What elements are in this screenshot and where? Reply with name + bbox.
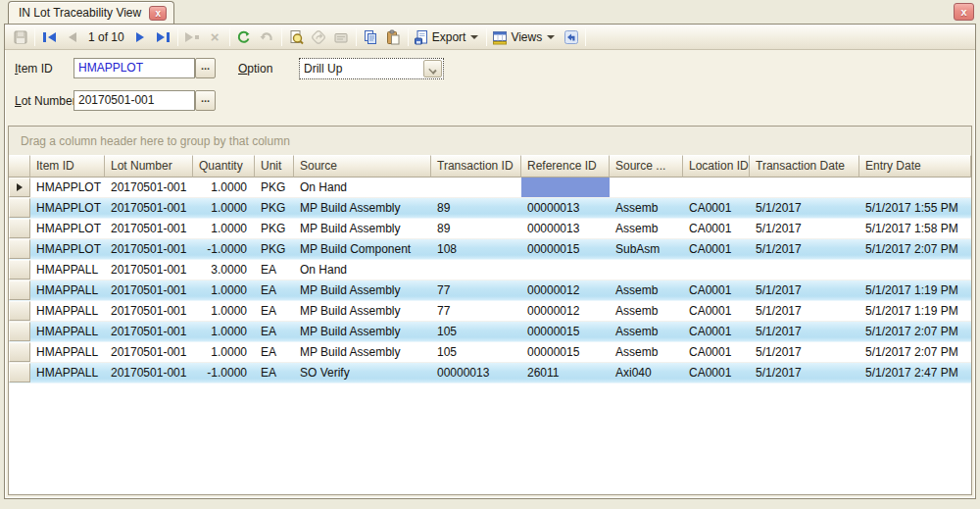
grid-cell[interactable]: PKG: [255, 219, 294, 238]
tab-lot-traceability-view[interactable]: IN Lot Traceability View x: [8, 1, 174, 24]
column-header-transaction-id[interactable]: Transaction ID: [431, 155, 521, 178]
grid-cell[interactable]: 5/1/2017 1:19 PM: [859, 280, 971, 300]
column-header-entry-date[interactable]: Entry Date: [859, 155, 971, 178]
grid-row[interactable]: HMAPPALL20170501-0013.0000EAOn Hand: [9, 260, 971, 280]
lot-number-lookup-button[interactable]: ...: [195, 90, 216, 111]
grid-cell[interactable]: CA0001: [683, 322, 750, 341]
tab-close-icon[interactable]: x: [149, 6, 167, 21]
refresh-button[interactable]: [233, 26, 256, 48]
column-header-unit[interactable]: Unit: [255, 155, 294, 178]
grid-cell[interactable]: On Hand: [294, 260, 431, 280]
new-record-button[interactable]: [181, 26, 204, 48]
notes-button[interactable]: [330, 26, 353, 48]
grid-cell[interactable]: 00000015: [521, 322, 610, 341]
grid-cell[interactable]: PKG: [255, 239, 294, 259]
undo-button[interactable]: [256, 26, 278, 48]
grid-cell[interactable]: MP Build Assembly: [294, 198, 431, 218]
print-preview-button[interactable]: [285, 26, 308, 48]
next-record-button[interactable]: [129, 26, 152, 48]
grid-cell[interactable]: 77: [431, 280, 521, 300]
grid-cell[interactable]: 00000013: [521, 198, 610, 218]
grid-cell[interactable]: HMAPPLOT: [30, 219, 105, 238]
export-dropdown-icon[interactable]: [470, 35, 478, 39]
grid-cell[interactable]: 3.0000: [193, 260, 255, 280]
last-record-button[interactable]: [152, 26, 174, 48]
row-selector[interactable]: [9, 239, 30, 259]
row-selector[interactable]: [9, 280, 30, 300]
grid-cell[interactable]: 105: [431, 342, 521, 362]
first-record-button[interactable]: [38, 26, 61, 48]
column-header-source[interactable]: Source: [294, 155, 431, 178]
grid-cell[interactable]: 105: [431, 322, 521, 341]
grid-cell[interactable]: 26011: [521, 363, 610, 382]
grid-cell[interactable]: 1.0000: [193, 178, 255, 197]
grid-cell[interactable]: [521, 178, 610, 197]
grid-cell[interactable]: PKG: [255, 198, 294, 218]
grid-cell[interactable]: EA: [255, 301, 294, 321]
column-header-transaction-date[interactable]: Transaction Date: [750, 155, 859, 178]
grid-cell[interactable]: 00000015: [521, 239, 610, 259]
column-header-quantity[interactable]: Quantity: [193, 155, 255, 178]
item-id-lookup-button[interactable]: ...: [195, 58, 216, 78]
grid-cell[interactable]: CA0001: [683, 363, 750, 382]
grid-cell[interactable]: 20170501-001: [105, 178, 193, 197]
grid-cell[interactable]: MP Build Assembly: [294, 301, 431, 321]
row-selector[interactable]: [9, 260, 30, 280]
paste-button[interactable]: [382, 26, 405, 48]
column-header-reference-id[interactable]: Reference ID: [521, 155, 610, 178]
group-by-band[interactable]: Drag a column header here to group by th…: [9, 127, 971, 155]
grid-cell[interactable]: MP Build Assembly: [294, 280, 431, 300]
grid-row[interactable]: HMAPPALL20170501-0011.0000EAMP Build Ass…: [9, 280, 971, 301]
grid-cell[interactable]: [859, 178, 971, 197]
grid-cell[interactable]: HMAPPALL: [30, 342, 105, 362]
row-selector[interactable]: [9, 342, 30, 362]
grid-cell[interactable]: 20170501-001: [105, 280, 193, 300]
grid-cell[interactable]: 5/1/2017: [750, 342, 859, 362]
grid-cell[interactable]: 1.0000: [193, 280, 255, 300]
grid-cell[interactable]: 5/1/2017 2:07 PM: [859, 239, 971, 259]
grid-cell[interactable]: Assemb: [610, 301, 683, 321]
grid-cell[interactable]: [750, 178, 859, 197]
grid-cell[interactable]: 00000015: [521, 342, 610, 362]
grid-row[interactable]: HMAPPLOT20170501-0011.0000PKGOn Hand: [9, 178, 971, 198]
grid-cell[interactable]: HMAPPALL: [30, 301, 105, 321]
back-button[interactable]: [560, 26, 582, 48]
grid-cell[interactable]: MP Build Assembly: [294, 342, 431, 362]
grid-cell[interactable]: 5/1/2017: [750, 280, 859, 300]
grid-cell[interactable]: MP Build Assembly: [294, 322, 431, 341]
grid-cell[interactable]: Assemb: [610, 219, 683, 238]
grid-row[interactable]: HMAPPLOT20170501-0011.0000PKGMP Build As…: [9, 198, 971, 219]
grid-cell[interactable]: Assemb: [610, 342, 683, 362]
save-button[interactable]: [9, 26, 31, 48]
grid-cell[interactable]: -1.0000: [193, 363, 255, 382]
grid-cell[interactable]: 20170501-001: [105, 322, 193, 341]
window-close-button[interactable]: x: [954, 3, 974, 21]
row-selector[interactable]: [9, 198, 30, 218]
grid-cell[interactable]: 20170501-001: [105, 219, 193, 238]
row-selector[interactable]: [9, 363, 30, 382]
grid-cell[interactable]: 00000013: [431, 363, 521, 382]
option-combobox[interactable]: Drill Up: [299, 58, 444, 79]
grid-cell[interactable]: 5/1/2017 2:07 PM: [859, 322, 971, 341]
column-header-item-id[interactable]: Item ID: [30, 155, 105, 178]
grid-cell[interactable]: 5/1/2017: [750, 301, 859, 321]
grid-cell[interactable]: [683, 178, 750, 197]
grid-cell[interactable]: EA: [255, 342, 294, 362]
grid-cell[interactable]: CA0001: [683, 198, 750, 218]
grid-cell[interactable]: Assemb: [610, 198, 683, 218]
grid-cell[interactable]: 00000013: [521, 219, 610, 238]
grid-cell[interactable]: 77: [431, 301, 521, 321]
grid-row[interactable]: HMAPPALL20170501-0011.0000EAMP Build Ass…: [9, 322, 971, 342]
grid-row[interactable]: HMAPPLOT20170501-0011.0000PKGMP Build As…: [9, 219, 971, 239]
grid-cell[interactable]: CA0001: [683, 342, 750, 362]
grid-cell[interactable]: HMAPPLOT: [30, 198, 105, 218]
grid-cell[interactable]: [683, 260, 750, 280]
grid-cell[interactable]: SO Verify: [294, 363, 431, 382]
grid-cell[interactable]: 5/1/2017: [750, 198, 859, 218]
copy-button[interactable]: [360, 26, 382, 48]
grid-row[interactable]: HMAPPALL20170501-0011.0000EAMP Build Ass…: [9, 301, 971, 322]
grid-cell[interactable]: 1.0000: [193, 322, 255, 341]
grid-cell[interactable]: HMAPPALL: [30, 363, 105, 382]
grid-cell[interactable]: [610, 178, 683, 197]
column-header-lot-number[interactable]: Lot Number: [105, 155, 193, 178]
